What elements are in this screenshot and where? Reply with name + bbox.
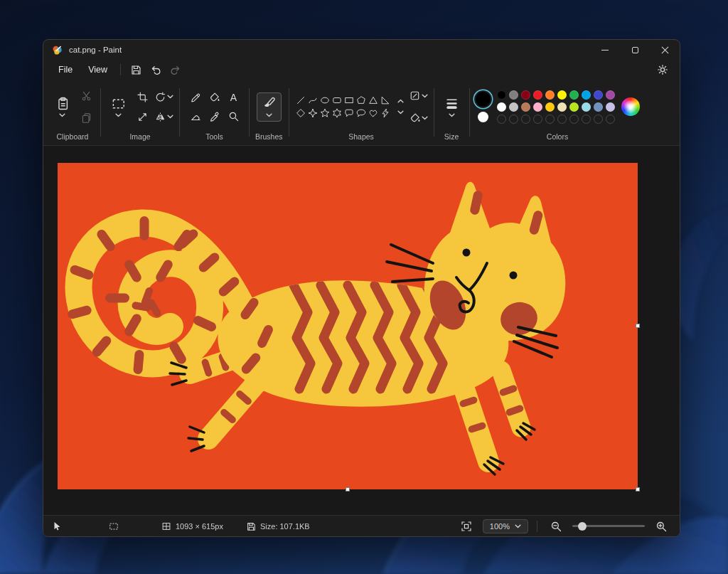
crop-button[interactable] [134,88,151,105]
fill-tool-button[interactable] [206,89,223,106]
shape-lightning[interactable] [380,108,390,118]
color-swatch[interactable] [569,90,579,100]
color-swatch[interactable] [545,90,555,100]
shape-right-triangle[interactable] [380,95,390,105]
zoom-out-button[interactable] [546,518,566,535]
cut-button[interactable] [77,87,95,105]
close-button[interactable] [650,40,680,60]
size-button[interactable] [440,93,464,121]
shape-heart[interactable] [368,108,378,118]
color-swatch[interactable] [521,90,530,100]
undo-button[interactable] [146,61,166,78]
custom-color-slot[interactable] [594,115,603,124]
shapes-scroll-up-icon[interactable] [397,99,404,103]
shape-triangle[interactable] [368,95,378,105]
canvas-size-icon [161,521,171,531]
color-swatch[interactable] [582,102,591,112]
save-button[interactable] [126,61,146,78]
color-swatch[interactable] [545,102,555,112]
custom-color-slot[interactable] [497,115,506,124]
eraser-tool-button[interactable] [187,108,204,125]
color-swatch[interactable] [582,90,591,100]
color-swatch[interactable] [557,102,567,112]
shape-oval-speech-bubble[interactable] [356,108,366,118]
color-swatch[interactable] [569,102,579,112]
color-picker-tool-button[interactable] [206,108,223,125]
color-swatch[interactable] [509,90,518,100]
color-swatch[interactable] [594,102,603,112]
text-tool-button[interactable]: A [225,89,242,106]
paste-button[interactable] [50,93,74,121]
rotate-button[interactable] [155,88,173,105]
canvas-resize-handle-corner[interactable] [636,487,640,491]
custom-color-slot[interactable] [545,115,555,124]
redo-button[interactable] [166,61,186,78]
flip-button[interactable] [155,108,173,125]
shape-oval[interactable] [320,95,330,105]
color-swatch[interactable] [497,102,506,112]
color-swatch[interactable] [497,90,506,100]
shape-four-point-star[interactable] [308,108,318,118]
shape-rounded-speech-bubble[interactable] [344,108,354,118]
zoom-to-fit-button[interactable] [456,518,476,535]
shape-outline-button[interactable] [410,87,428,105]
zoom-in-icon [655,521,667,532]
color-swatch[interactable] [606,90,615,100]
shape-five-point-star[interactable] [320,108,330,118]
color1-swatch[interactable] [476,92,491,107]
ribbon-separator [100,88,101,137]
zoom-slider-thumb[interactable] [578,522,587,531]
fill-bucket-icon [209,92,220,102]
pencil-tool-button[interactable] [187,89,204,106]
selection-size-icon [109,521,119,531]
color-wheel-button[interactable] [621,97,640,116]
magnifier-tool-button[interactable] [225,108,242,125]
select-button[interactable] [107,93,130,121]
brushes-button[interactable] [257,92,282,122]
shape-rectangle[interactable] [344,95,354,105]
maximize-button[interactable] [620,40,650,60]
shapes-scroll-down-icon[interactable] [397,110,404,115]
custom-color-slot[interactable] [521,115,530,124]
color-swatch[interactable] [557,90,567,100]
resize-button[interactable] [134,108,151,125]
menu-file[interactable]: File [50,62,80,78]
copy-button[interactable] [77,110,95,127]
zoom-in-button[interactable] [651,518,671,535]
file-size-indicator: Size: 107.1KB [246,521,310,531]
zoom-level-dropdown[interactable]: 100% [483,519,528,533]
chevron-down-icon [167,95,173,99]
color-swatch[interactable] [521,102,530,112]
group-shapes: Shapes [291,81,432,145]
zoom-slider[interactable] [572,525,645,527]
custom-color-slot[interactable] [557,115,567,124]
window-controls [590,40,680,60]
minimize-button[interactable] [590,40,620,60]
shape-polygon[interactable] [356,95,366,105]
shape-fill-button[interactable] [410,110,428,127]
flip-icon [155,112,166,122]
shape-six-point-star[interactable] [332,108,342,118]
shape-curve[interactable] [308,95,318,105]
menu-view[interactable]: View [80,62,115,78]
shape-rounded-rectangle[interactable] [332,95,342,105]
shape-line[interactable] [296,95,306,105]
gear-icon [657,64,668,75]
color-swatch[interactable] [533,102,542,112]
canvas[interactable] [58,163,638,489]
canvas-resize-handle-right[interactable] [636,324,640,328]
custom-color-slot[interactable] [606,115,615,124]
titlebar[interactable]: cat.png - Paint [43,40,680,60]
color-swatch[interactable] [533,90,542,100]
custom-color-slot[interactable] [569,115,579,124]
color-swatch[interactable] [606,102,615,112]
color2-swatch[interactable] [478,112,488,122]
custom-color-slot[interactable] [582,115,591,124]
settings-button[interactable] [653,61,673,78]
color-swatch[interactable] [594,90,603,100]
custom-color-slot[interactable] [533,115,542,124]
shape-diamond[interactable] [296,108,306,118]
color-swatch[interactable] [509,102,518,112]
canvas-resize-handle-bottom[interactable] [346,487,350,491]
custom-color-slot[interactable] [509,115,518,124]
